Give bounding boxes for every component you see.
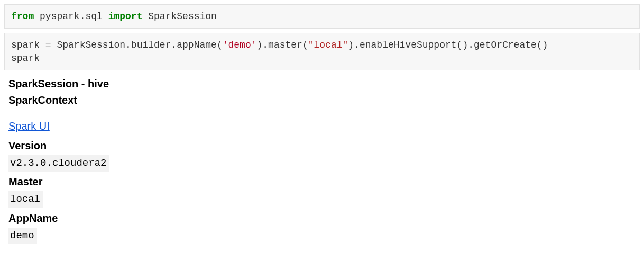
- spark-ui-link[interactable]: Spark UI: [8, 118, 50, 134]
- output-area: SparkSession - hive SparkContext Spark U…: [8, 76, 636, 244]
- spacer: [8, 109, 636, 118]
- import-target: SparkSession: [142, 11, 216, 22]
- label-version: Version: [8, 138, 636, 154]
- value-master: local: [8, 191, 43, 208]
- code-l1-a: spark: [11, 40, 45, 50]
- label-master: Master: [8, 174, 636, 190]
- kw-import: import: [108, 11, 143, 22]
- code-cell-1: from pyspark.sql import SparkSession: [4, 4, 640, 29]
- code-l1-eq: =: [45, 40, 51, 50]
- output-heading-session: SparkSession - hive: [8, 76, 636, 92]
- label-appname: AppName: [8, 210, 636, 227]
- kw-from: from: [11, 11, 34, 22]
- code-l1-str2: "local": [308, 40, 348, 50]
- code-l2: spark: [11, 53, 40, 64]
- value-version: v2.3.0.cloudera2: [8, 155, 109, 172]
- code-l1-c: ).master(: [257, 40, 308, 50]
- code-l1-str1: 'demo': [223, 40, 257, 50]
- code-l1-b: SparkSession.builder.appName(: [51, 40, 223, 50]
- module-name: pyspark.sql: [34, 11, 108, 22]
- code-cell-2: spark = SparkSession.builder.appName('de…: [4, 33, 640, 70]
- code-l1-d: ).enableHiveSupport().getOrCreate(): [348, 40, 548, 50]
- value-appname: demo: [8, 228, 37, 244]
- output-heading-context: SparkContext: [8, 92, 636, 109]
- spark-info-list: Version v2.3.0.cloudera2 Master local Ap…: [8, 138, 636, 244]
